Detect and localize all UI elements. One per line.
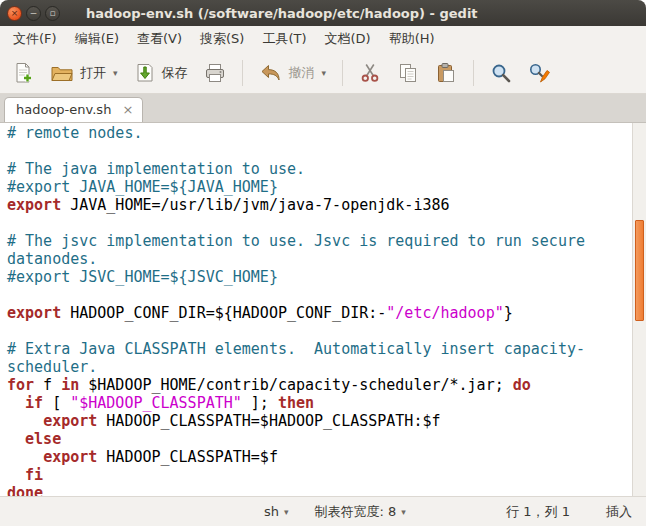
language-label: sh (264, 504, 279, 519)
tab-bar: hadoop-env.sh × (0, 94, 646, 123)
menu-documents[interactable]: 文档(D) (316, 26, 380, 52)
cut-icon (359, 62, 381, 84)
open-folder-icon (50, 62, 74, 84)
toolbar-separator (242, 60, 243, 86)
window-title: hadoop-env.sh (/software/hadoop/etc/hado… (86, 6, 478, 21)
code-line: # remote nodes. (7, 124, 626, 142)
tab-width-dropdown-icon: ▾ (401, 507, 406, 517)
code-line: fi (7, 466, 626, 484)
code-line: export HADOOP_CONF_DIR=${HADOOP_CONF_DIR… (7, 304, 626, 322)
print-icon (204, 62, 226, 84)
insert-mode-label: 插入 (606, 503, 632, 521)
save-button-label: 保存 (162, 64, 188, 82)
code-line: #export JSVC_HOME=${JSVC_HOME} (7, 268, 626, 286)
tab-hadoop-env[interactable]: hadoop-env.sh × (4, 97, 143, 122)
open-button[interactable]: 打开 ▾ (43, 57, 125, 89)
menu-edit[interactable]: 编辑(E) (66, 26, 128, 52)
undo-dropdown-icon[interactable]: ▾ (322, 68, 327, 78)
tab-width-selector[interactable]: 制表符宽度: 8 ▾ (315, 503, 406, 521)
close-button[interactable]: × (7, 6, 22, 21)
status-bar: sh ▾ 制表符宽度: 8 ▾ 行 1，列 1 插入 (0, 496, 646, 526)
find-button[interactable] (483, 57, 519, 89)
editor-content[interactable]: # remote nodes.# The java implementation… (0, 123, 646, 496)
code-line: export JAVA_HOME=/usr/lib/jvm/java-7-ope… (7, 196, 626, 214)
copy-icon (397, 62, 419, 84)
code-line (7, 214, 626, 232)
code-line: # The jsvc implementation to use. Jsvc i… (7, 232, 626, 250)
toolbar-separator (473, 60, 474, 86)
code-line: scheduler. (7, 358, 626, 376)
code-line: for f in $HADOOP_HOME/contrib/capacity-s… (7, 376, 626, 394)
scrollbar-thumb[interactable] (635, 220, 644, 321)
find-icon (490, 62, 512, 84)
open-button-label: 打开 (80, 64, 106, 82)
minimize-button[interactable]: − (26, 6, 41, 21)
undo-button[interactable]: 撤消 ▾ (252, 57, 334, 89)
vertical-scrollbar[interactable] (632, 123, 646, 496)
menu-file[interactable]: 文件(F) (4, 26, 66, 52)
code-line: export HADOOP_CLASSPATH=$HADOOP_CLASSPAT… (7, 412, 626, 430)
cut-button[interactable] (352, 57, 388, 89)
code-line: #export JAVA_HOME=${JAVA_HOME} (7, 178, 626, 196)
paste-icon (435, 62, 457, 84)
new-document-button[interactable] (5, 57, 41, 89)
undo-icon (259, 62, 283, 84)
toolbar-separator (342, 60, 343, 86)
save-icon (134, 62, 156, 84)
menu-search[interactable]: 搜索(S) (191, 26, 253, 52)
language-dropdown-icon: ▾ (284, 507, 289, 517)
undo-button-label: 撤消 (289, 64, 315, 82)
cursor-position-label: 行 1，列 1 (506, 503, 570, 521)
cursor-position[interactable]: 行 1，列 1 (506, 503, 570, 521)
code-line: if [ "$HADOOP_CLASSPATH" ]; then (7, 394, 626, 412)
tab-close-icon[interactable]: × (122, 103, 133, 116)
open-dropdown-icon[interactable]: ▾ (113, 68, 118, 78)
replace-icon (528, 62, 550, 84)
menubar: 文件(F) 编辑(E) 查看(V) 搜索(S) 工具(T) 文档(D) 帮助(H… (0, 26, 646, 52)
tab-label: hadoop-env.sh (16, 102, 111, 117)
code-line: # The java implementation to use. (7, 160, 626, 178)
menu-tools[interactable]: 工具(T) (253, 26, 315, 52)
titlebar[interactable]: × − ▫ hadoop-env.sh (/software/hadoop/et… (0, 0, 646, 26)
save-button[interactable]: 保存 (127, 57, 195, 89)
language-selector[interactable]: sh ▾ (264, 504, 289, 519)
code-line: else (7, 430, 626, 448)
gedit-window: × − ▫ hadoop-env.sh (/software/hadoop/et… (0, 0, 646, 526)
new-document-icon (12, 62, 34, 84)
menu-view[interactable]: 查看(V) (128, 26, 191, 52)
code-line: done (7, 484, 626, 496)
code-line (7, 322, 626, 340)
insert-mode-toggle[interactable]: 插入 (606, 503, 632, 521)
copy-button[interactable] (390, 57, 426, 89)
maximize-button[interactable]: ▫ (45, 6, 60, 21)
paste-button[interactable] (428, 57, 464, 89)
code-line (7, 286, 626, 304)
toolbar: 打开 ▾ 保存 撤消 ▾ (0, 52, 646, 94)
code-line: datanodes. (7, 250, 626, 268)
menu-help[interactable]: 帮助(H) (380, 26, 444, 52)
code-line (7, 142, 626, 160)
replace-button[interactable] (521, 57, 557, 89)
tab-width-label: 制表符宽度: 8 (315, 503, 397, 521)
print-button[interactable] (197, 57, 233, 89)
code-line: export HADOOP_CLASSPATH=$f (7, 448, 626, 466)
editor-area[interactable]: # remote nodes.# The java implementation… (0, 123, 646, 496)
code-line: # Extra Java CLASSPATH elements. Automat… (7, 340, 626, 358)
